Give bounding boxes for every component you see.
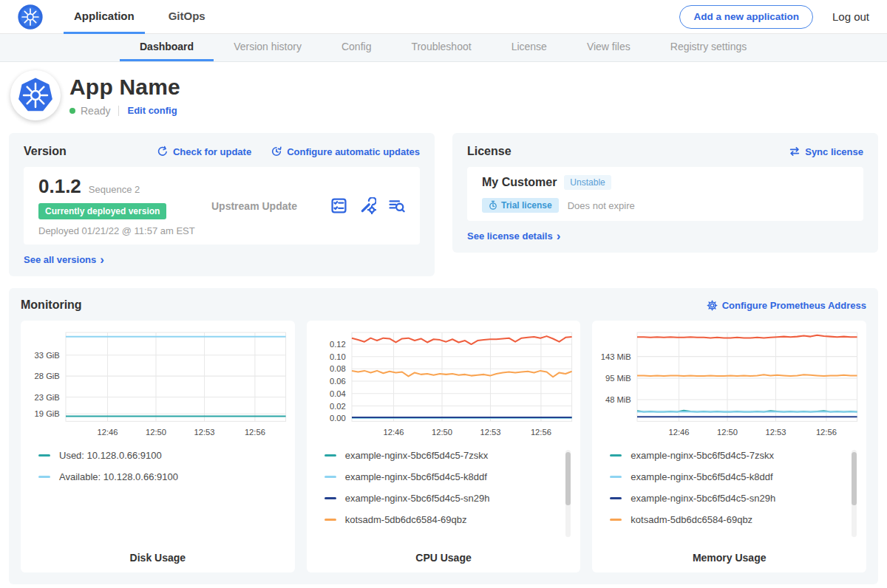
memory-usage-chart: 143 MiB95 MiB48 MiB12:4612:5012:5312:56 bbox=[598, 328, 860, 441]
y-tick-label: 28 GiB bbox=[35, 372, 60, 380]
legend-item[interactable]: example-nginx-5bc6f5d4c5-sn29h bbox=[610, 493, 860, 505]
summary-cards-row: Version Check for update Configure au bbox=[0, 129, 887, 276]
stopwatch-icon bbox=[489, 200, 497, 211]
tab-application[interactable]: Application bbox=[64, 0, 145, 34]
legend-swatch bbox=[38, 476, 50, 478]
app-sub-nav: Dashboard Version history Config Trouble… bbox=[0, 34, 887, 62]
legend-label: kotsadm-5db6dc6584-69qbz bbox=[631, 514, 752, 525]
divider bbox=[118, 106, 119, 116]
tab-license[interactable]: License bbox=[492, 34, 567, 61]
tab-config[interactable]: Config bbox=[322, 34, 391, 61]
see-all-versions-link[interactable]: See all versions › bbox=[24, 254, 104, 265]
x-tick-label: 12:46 bbox=[383, 428, 404, 437]
legend-swatch bbox=[610, 497, 622, 499]
configure-prometheus-link[interactable]: Configure Prometheus Address bbox=[707, 300, 866, 311]
tab-view-files[interactable]: View files bbox=[567, 34, 650, 61]
sync-arrows-icon bbox=[789, 146, 801, 157]
x-tick-label: 12:53 bbox=[194, 428, 215, 437]
x-tick-label: 12:50 bbox=[146, 428, 166, 437]
see-license-details-link[interactable]: See license details › bbox=[467, 230, 560, 242]
version-source-label: Upstream Update bbox=[207, 200, 330, 212]
legend-item[interactable]: example-nginx-5bc6f5d4c5-7zskx bbox=[324, 450, 575, 462]
y-tick-label: 0.00 bbox=[330, 414, 346, 423]
legend-label: example-nginx-5bc6f5d4c5-sn29h bbox=[345, 493, 490, 504]
legend-swatch bbox=[610, 519, 622, 521]
legend-scrollbar[interactable] bbox=[565, 450, 571, 537]
tab-troubleshoot[interactable]: Troubleshoot bbox=[391, 34, 491, 61]
tab-registry-settings[interactable]: Registry settings bbox=[650, 34, 767, 61]
legend-item[interactable]: example-nginx-5bc6f5d4c5-k8ddf bbox=[324, 471, 575, 483]
tab-dashboard[interactable]: Dashboard bbox=[120, 34, 214, 61]
log-out-link[interactable]: Log out bbox=[832, 10, 869, 23]
legend-swatch bbox=[324, 476, 336, 478]
legend-item[interactable]: kotsadm-5db6dc6584-69qbz bbox=[610, 514, 860, 526]
version-card-title: Version bbox=[24, 145, 67, 158]
legend-scrollbar[interactable] bbox=[852, 450, 857, 537]
legend-item[interactable]: example-nginx-5bc6f5d4c5-7zskx bbox=[610, 450, 860, 462]
y-tick-label: 95 MiB bbox=[605, 374, 631, 383]
y-tick-label: 0.10 bbox=[330, 352, 346, 361]
license-card-title: License bbox=[467, 145, 512, 158]
x-tick-label: 12:50 bbox=[717, 428, 738, 437]
app-kubernetes-icon bbox=[10, 70, 61, 120]
configure-automatic-updates-link[interactable]: Configure automatic updates bbox=[271, 146, 420, 157]
x-tick-label: 12:56 bbox=[245, 428, 265, 437]
disk-usage-card: 33 GiB28 GiB23 GiB19 GiB12:4612:5012:531… bbox=[21, 321, 295, 572]
config-wrench-icon[interactable] bbox=[359, 197, 376, 214]
sequence-label: Sequence 2 bbox=[89, 184, 140, 195]
channel-badge: Unstable bbox=[564, 175, 611, 190]
series-line bbox=[637, 335, 857, 338]
check-for-update-label: Check for update bbox=[173, 146, 251, 157]
see-all-versions-label: See all versions bbox=[24, 254, 96, 265]
sync-license-label: Sync license bbox=[805, 146, 863, 157]
series-line bbox=[352, 371, 572, 377]
y-tick-label: 0.08 bbox=[330, 364, 346, 373]
add-new-application-button[interactable]: Add a new application bbox=[679, 5, 813, 29]
view-diff-files-icon[interactable] bbox=[388, 197, 405, 214]
tab-gitops[interactable]: GitOps bbox=[158, 0, 216, 34]
configure-prometheus-label: Configure Prometheus Address bbox=[722, 300, 866, 311]
kubernetes-logo-icon[interactable] bbox=[18, 4, 43, 30]
preflight-checks-icon[interactable] bbox=[330, 197, 347, 214]
refresh-icon bbox=[157, 146, 169, 157]
legend-scrollbar-thumb[interactable] bbox=[565, 452, 571, 505]
plot-border bbox=[66, 332, 286, 421]
legend-item[interactable]: kotsadm-5db6dc6584-69qbz bbox=[324, 514, 575, 526]
license-expiry: Does not expire bbox=[568, 200, 635, 211]
y-tick-label: 0.06 bbox=[330, 377, 346, 386]
memory-usage-card: 143 MiB95 MiB48 MiB12:4612:5012:5312:56 … bbox=[592, 321, 866, 572]
legend-swatch bbox=[324, 454, 336, 457]
x-tick-label: 12:50 bbox=[432, 428, 452, 437]
memory-usage-title: Memory Usage bbox=[598, 552, 860, 564]
cpu-usage-legend: example-nginx-5bc6f5d4c5-7zskxexample-ng… bbox=[313, 450, 575, 541]
check-for-update-link[interactable]: Check for update bbox=[157, 146, 251, 157]
x-tick-label: 12:46 bbox=[98, 428, 118, 437]
y-tick-label: 19 GiB bbox=[35, 409, 60, 418]
legend-scrollbar-thumb[interactable] bbox=[852, 452, 857, 505]
sync-license-link[interactable]: Sync license bbox=[789, 146, 863, 157]
x-tick-label: 12:56 bbox=[816, 428, 837, 437]
edit-config-link[interactable]: Edit config bbox=[127, 105, 177, 116]
legend-item[interactable]: Available: 10.128.0.66:9100 bbox=[38, 471, 289, 483]
y-tick-label: 143 MiB bbox=[601, 352, 631, 361]
tab-version-history[interactable]: Version history bbox=[214, 34, 322, 61]
cpu-usage-title: CPU Usage bbox=[313, 552, 575, 564]
cpu-usage-chart: 0.120.100.080.060.040.020.0012:4612:5012… bbox=[313, 328, 575, 441]
currently-deployed-badge: Currently deployed version bbox=[38, 203, 166, 219]
legend-swatch bbox=[610, 454, 622, 457]
legend-item[interactable]: Used: 10.128.0.66:9100 bbox=[38, 450, 289, 462]
license-card: License Sync license My Customer Unstabl… bbox=[452, 133, 878, 253]
status-dot bbox=[69, 108, 75, 114]
legend-item[interactable]: example-nginx-5bc6f5d4c5-k8ddf bbox=[610, 471, 860, 483]
x-tick-label: 12:56 bbox=[531, 428, 551, 437]
y-tick-label: 0.02 bbox=[330, 402, 346, 411]
legend-item[interactable]: example-nginx-5bc6f5d4c5-sn29h bbox=[324, 493, 575, 505]
clock-refresh-icon bbox=[271, 146, 282, 157]
plot-border bbox=[637, 332, 857, 421]
current-version-box: 0.1.2 Sequence 2 Currently deployed vers… bbox=[24, 167, 420, 245]
app-header: App Name Ready Edit config bbox=[0, 62, 887, 129]
status-badge: Ready bbox=[81, 105, 110, 117]
legend-label: kotsadm-5db6dc6584-69qbz bbox=[345, 514, 467, 525]
y-tick-label: 48 MiB bbox=[605, 395, 631, 404]
top-nav: Application GitOps Add a new application… bbox=[0, 0, 887, 34]
